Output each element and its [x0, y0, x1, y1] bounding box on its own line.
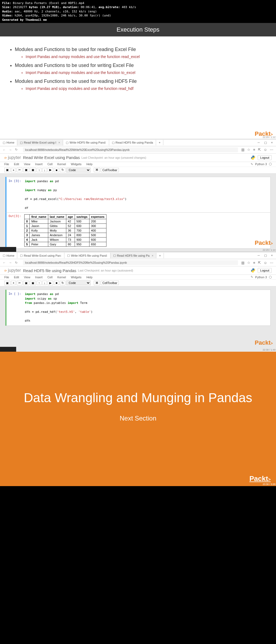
refresh-icon[interactable]: ↻	[15, 261, 18, 265]
forward-icon[interactable]: →	[9, 148, 12, 151]
add-cell-button[interactable]: +	[11, 281, 16, 285]
menu-help[interactable]: Help	[86, 276, 92, 279]
more-icon[interactable]: ⋯	[270, 148, 273, 152]
code-body[interactable]: import pandas as pd import scipy as sp f…	[23, 290, 270, 326]
more-icon[interactable]: ⋯	[270, 261, 273, 265]
refresh-icon[interactable]: ↻	[15, 148, 18, 151]
taskbar[interactable]	[0, 247, 16, 252]
tab-read-write-excel[interactable]: ▢ Read Write Excel using Pan:	[17, 253, 64, 258]
celltype-select[interactable]: Code	[66, 280, 91, 285]
subbullet-read-excel: Import Pandas and numpy modules and use …	[26, 55, 267, 59]
paste-button[interactable]: ▣	[30, 281, 36, 285]
close-window-icon[interactable]: ×	[271, 141, 273, 144]
tab-read-write-excel[interactable]: ▢ Read Write Excel using I ×	[17, 140, 63, 145]
code-cell[interactable]: In [ ]: import pandas as pd import scipy…	[5, 290, 271, 326]
menu-widgets[interactable]: Widgets	[71, 162, 82, 166]
celltoolbar-button[interactable]: CellToolbar	[101, 281, 119, 285]
menu-edit[interactable]: Edit	[14, 162, 19, 166]
celltype-select[interactable]: Code	[66, 168, 91, 172]
tab-write-hdf5[interactable]: ▢ Write HDF5 file using Pand:	[64, 253, 111, 258]
command-palette-button[interactable]: ⌘	[94, 281, 100, 285]
back-icon[interactable]: ←	[3, 148, 6, 151]
stop-button[interactable]: ■	[54, 168, 59, 172]
tab-write-hdf5[interactable]: ▢ Write HDF5 file using Pand:	[63, 140, 109, 145]
maximize-icon[interactable]: ▢	[264, 254, 267, 257]
person-icon[interactable]: ☺	[264, 261, 267, 265]
star-icon[interactable]: ☆	[247, 148, 250, 152]
notebook-title[interactable]: Read HDF5 file using Pandas	[23, 268, 76, 273]
cut-button[interactable]: ✂	[17, 168, 22, 172]
move-up-button[interactable]: ↑	[37, 168, 42, 172]
code-body[interactable]: import pandas as pd import numpy as py d…	[23, 177, 270, 213]
close-icon[interactable]: ×	[58, 141, 60, 144]
move-down-button[interactable]: ↓	[42, 168, 47, 172]
new-tab-button[interactable]: +	[156, 140, 163, 145]
url-input[interactable]: localhost:8888/notebooks/Read%20Write%20…	[23, 147, 238, 152]
jupyter-logo-icon[interactable]: ⟳ jupyter	[4, 155, 21, 160]
notes-icon[interactable]: ≡	[253, 148, 255, 152]
paste-button[interactable]: ▣	[30, 168, 36, 172]
menu-cell[interactable]: Cell	[47, 276, 53, 279]
forward-icon[interactable]: →	[9, 261, 12, 264]
celltoolbar-button[interactable]: CellToolbar	[101, 168, 119, 172]
copy-button[interactable]: ▣	[23, 168, 29, 172]
minimize-icon[interactable]: ─	[258, 141, 260, 144]
close-window-icon[interactable]: ×	[271, 254, 273, 257]
python-logo-icon	[251, 268, 256, 273]
maximize-icon[interactable]: ▢	[264, 141, 267, 144]
menu-cell[interactable]: Cell	[47, 162, 53, 166]
menu-file[interactable]: File	[4, 276, 9, 279]
minimize-icon[interactable]: ─	[258, 254, 260, 257]
slide-next-section: Data Wrangling and Munging in Pandas Nex…	[0, 352, 276, 486]
menu-kernel[interactable]: Kernel	[57, 162, 66, 166]
restart-button[interactable]: ↻	[60, 168, 65, 172]
reader-icon[interactable]: ▥	[241, 148, 244, 152]
menu-edit[interactable]: Edit	[14, 276, 19, 279]
menu-view[interactable]: View	[24, 276, 30, 279]
back-icon[interactable]: ←	[3, 261, 6, 264]
video-metadata: File: Binary Data Formats (Excel and HDF…	[0, 0, 276, 23]
menu-view[interactable]: View	[24, 162, 30, 166]
input-prompt: In [3]:	[6, 177, 23, 213]
tab-home[interactable]: ▢ Home	[0, 140, 17, 145]
code-cell[interactable]: In [3]: import pandas as pd import numpy…	[5, 177, 271, 213]
menu-insert[interactable]: Insert	[35, 276, 43, 279]
tab-read-hdf5[interactable]: ▢ Read HDF5 file using Pa ×	[111, 253, 157, 258]
packt-logo: Packt>	[255, 239, 273, 246]
person-icon[interactable]: ☺	[264, 148, 267, 152]
move-down-button[interactable]: ↓	[42, 281, 47, 285]
logout-button[interactable]: Logout	[258, 155, 272, 160]
stop-button[interactable]: ■	[54, 281, 59, 285]
edit-icon[interactable]: ✎	[251, 275, 253, 279]
notes-icon[interactable]: ≡	[253, 261, 255, 265]
menu-help[interactable]: Help	[86, 162, 92, 166]
copy-button[interactable]: ▣	[23, 281, 29, 285]
menu-file[interactable]: File	[4, 162, 9, 166]
add-cell-button[interactable]: +	[11, 168, 16, 172]
share-icon[interactable]: ⇱	[258, 261, 261, 265]
restart-button[interactable]: ↻	[60, 281, 65, 285]
new-tab-button[interactable]: +	[156, 253, 164, 258]
run-button[interactable]: ▶	[48, 168, 53, 172]
reader-icon[interactable]: ▥	[241, 261, 244, 265]
cut-button[interactable]: ✂	[17, 281, 22, 285]
tab-read-hdf5[interactable]: ▢ Read HDF5 file using Panda	[109, 140, 156, 145]
command-palette-button[interactable]: ⌘	[94, 168, 100, 172]
move-up-button[interactable]: ↑	[37, 281, 42, 285]
star-icon[interactable]: ☆	[247, 261, 250, 265]
menu-insert[interactable]: Insert	[35, 162, 43, 166]
run-button[interactable]: ▶	[48, 281, 53, 285]
jupyter-logo-icon[interactable]: ⟳ jupyter	[4, 268, 21, 273]
menu-widgets[interactable]: Widgets	[71, 276, 82, 279]
save-button[interactable]: ▣	[4, 281, 10, 285]
close-icon[interactable]: ×	[152, 254, 153, 257]
share-icon[interactable]: ⇱	[258, 148, 261, 152]
taskbar[interactable]	[0, 347, 16, 352]
save-button[interactable]: ▣	[4, 168, 10, 172]
notebook-title[interactable]: Read Write Excel using Pandas	[23, 155, 80, 160]
url-input[interactable]: localhost:8888/notebooks/Read%20HDF5%20f…	[23, 260, 238, 265]
edit-icon[interactable]: ✎	[251, 162, 253, 166]
menu-kernel[interactable]: Kernel	[57, 276, 66, 279]
logout-button[interactable]: Logout	[258, 268, 272, 273]
tab-home[interactable]: ▢ Home	[0, 253, 17, 258]
